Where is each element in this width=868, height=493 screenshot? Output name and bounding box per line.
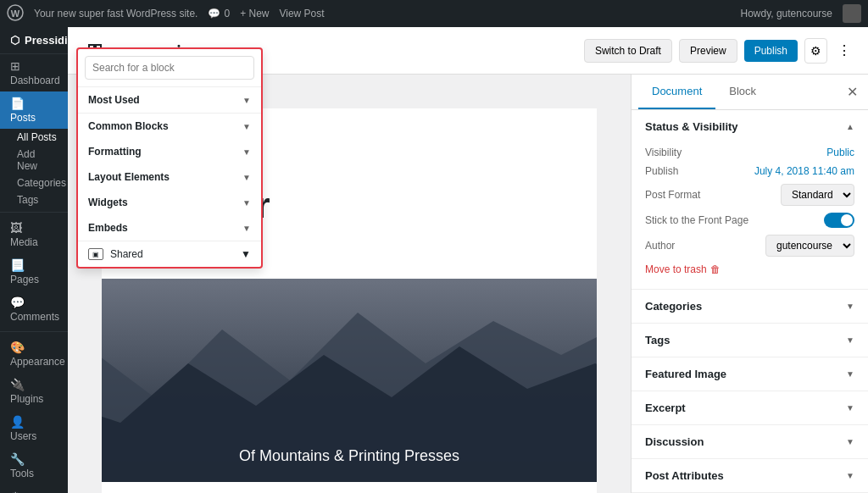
stick-front-page-toggle[interactable] <box>824 213 854 228</box>
visibility-row: Visibility Public <box>645 143 854 162</box>
publish-button[interactable]: Publish <box>744 40 798 62</box>
block-inserter-panel: Most Used ▼ Common Blocks ▼ Formatting ▼… <box>76 47 263 269</box>
comments-sidebar-icon: 💬 <box>10 296 25 309</box>
featured-image-header[interactable]: Featured Image ▼ <box>632 357 868 391</box>
move-to-trash-button[interactable]: Move to trash 🗑 <box>645 260 854 279</box>
sidebar-item-plugins[interactable]: 🔌 Plugins <box>0 373 68 410</box>
author-row: Author gutencourse <box>645 231 854 260</box>
status-visibility-body: Visibility Public Publish July 4, 2018 1… <box>632 143 868 289</box>
sidebar-item-users[interactable]: 👤 Users <box>0 410 68 447</box>
author-label: Author <box>645 240 675 252</box>
tab-block[interactable]: Block <box>715 75 770 109</box>
sidebar-brand: ⬡ Pressidium <box>0 27 68 54</box>
post-format-label: Post Format <box>645 189 700 201</box>
excerpt-title: Excerpt <box>645 402 686 414</box>
sidebar-item-label: Users <box>10 430 36 442</box>
chevron-down-icon: ▼ <box>846 403 854 413</box>
users-icon: 👤 <box>10 415 25 429</box>
sidebar-item-dashboard[interactable]: ⊞ Dashboard <box>0 54 68 91</box>
posts-icon: 📄 <box>10 97 25 110</box>
post-attributes-header[interactable]: Post Attributes ▼ <box>632 459 868 492</box>
close-sidebar-button[interactable]: ✕ <box>843 80 861 103</box>
post-format-select[interactable]: Standard <box>781 184 854 206</box>
sidebar-item-label: Appearance <box>10 356 65 368</box>
tools-icon: 🔧 <box>10 452 25 466</box>
section-featured-image: Featured Image ▼ <box>632 357 868 391</box>
view-post-link[interactable]: View Post <box>279 8 324 19</box>
sidebar-item-label: Pages <box>10 274 39 285</box>
chevron-down-icon: ▼ <box>241 248 251 260</box>
status-visibility-title: Status & Visibility <box>645 120 738 133</box>
block-section-formatting[interactable]: Formatting ▼ <box>78 139 261 164</box>
switch-to-draft-button[interactable]: Switch to Draft <box>584 39 672 63</box>
post-body-text[interactable]: The goal of this new editor is to make a… <box>102 482 597 493</box>
tab-document[interactable]: Document <box>638 75 715 109</box>
sidebar-item-settings[interactable]: ⚙ Settings <box>0 485 68 493</box>
admin-sidebar: ⬡ Pressidium ⊞ Dashboard 📄 Posts All Pos… <box>0 27 68 493</box>
tags-header[interactable]: Tags ▼ <box>632 324 868 357</box>
publish-value[interactable]: July 4, 2018 11:40 am <box>754 165 854 177</box>
media-icon: 🖼 <box>10 221 22 235</box>
featured-image-title: Featured Image <box>645 368 726 380</box>
block-section-embeds[interactable]: Embeds ▼ <box>78 215 261 241</box>
sidebar-tabs: Document Block ✕ <box>632 75 868 110</box>
post-featured-image[interactable]: Of Mountains & Printing Presses <box>102 279 597 482</box>
chevron-down-icon: ▼ <box>846 335 854 345</box>
chevron-down-icon: ▼ <box>242 198 251 208</box>
sidebar-item-label: Comments <box>10 311 59 323</box>
pressidium-logo: ⬡ <box>10 34 19 47</box>
chevron-down-icon: ▼ <box>846 302 854 311</box>
pages-icon: 📃 <box>10 258 25 272</box>
sidebar-item-pages[interactable]: 📃 Pages <box>0 253 68 291</box>
categories-header[interactable]: Categories ▼ <box>632 290 868 323</box>
dashboard-icon: ⊞ <box>10 59 20 73</box>
block-section-most-used[interactable]: Most Used ▼ <box>78 87 261 113</box>
block-shared-item[interactable]: ▣ Shared ▼ <box>78 241 261 267</box>
publish-label: Publish <box>645 165 678 177</box>
chevron-down-icon: ▼ <box>242 96 251 105</box>
comments-icon[interactable]: 💬 0 <box>208 8 230 19</box>
new-content-button[interactable]: + New <box>240 8 269 19</box>
image-caption: Of Mountains & Printing Presses <box>239 447 459 465</box>
sidebar-item-appearance[interactable]: 🎨 Appearance <box>0 335 68 373</box>
trash-label: Move to trash <box>645 263 707 275</box>
sidebar-sub-add-new[interactable]: Add New <box>0 146 68 174</box>
sidebar-sub-categories[interactable]: Categories <box>0 174 68 191</box>
user-avatar[interactable] <box>843 4 861 23</box>
chevron-down-icon: ▼ <box>242 122 251 131</box>
visibility-value[interactable]: Public <box>826 147 854 158</box>
categories-title: Categories <box>645 300 702 313</box>
sidebar-item-tools[interactable]: 🔧 Tools <box>0 447 68 485</box>
block-section-common-blocks[interactable]: Common Blocks ▼ <box>78 114 261 139</box>
excerpt-header[interactable]: Excerpt ▼ <box>632 391 868 424</box>
block-section-layout-elements[interactable]: Layout Elements ▼ <box>78 164 261 190</box>
preview-button[interactable]: Preview <box>679 39 737 63</box>
chevron-down-icon: ▼ <box>242 224 251 233</box>
section-categories: Categories ▼ <box>632 290 868 324</box>
block-search-input[interactable] <box>85 56 254 80</box>
block-section-widgets[interactable]: Widgets ▼ <box>78 190 261 215</box>
settings-icon: ⚙ <box>10 490 21 493</box>
site-name[interactable]: Your new super fast WordPress site. <box>34 8 198 19</box>
section-excerpt: Excerpt ▼ <box>632 391 868 425</box>
sidebar-item-posts[interactable]: 📄 Posts <box>0 91 68 129</box>
shared-block-icon: ▣ <box>88 248 103 260</box>
editor-settings-button[interactable]: ⚙ <box>804 38 827 64</box>
discussion-header[interactable]: Discussion ▼ <box>632 425 868 458</box>
author-select[interactable]: gutencourse <box>765 235 854 257</box>
post-format-row: Post Format Standard <box>645 180 854 209</box>
sidebar-item-media[interactable]: 🖼 Media <box>0 216 68 253</box>
toggle-knob <box>841 214 853 226</box>
more-options-button[interactable]: ⋮ <box>834 39 854 62</box>
sidebar-sub-all-posts[interactable]: All Posts <box>0 129 68 146</box>
plugins-icon: 🔌 <box>10 378 25 391</box>
chevron-down-icon: ▼ <box>846 471 854 480</box>
chevron-down-icon: ▼ <box>846 437 854 446</box>
block-search-container <box>78 49 261 87</box>
sidebar-item-label: Tools <box>10 468 34 479</box>
status-visibility-header[interactable]: Status & Visibility ▲ <box>632 110 868 143</box>
sidebar-item-comments[interactable]: 💬 Comments <box>0 291 68 328</box>
sidebar-sub-tags[interactable]: Tags <box>0 191 68 208</box>
admin-bar: W Your new super fast WordPress site. 💬 … <box>0 0 868 27</box>
editor-main: ↩ ↪ ℹ Switch to Draft Preview Publish ⚙ … <box>68 27 868 493</box>
